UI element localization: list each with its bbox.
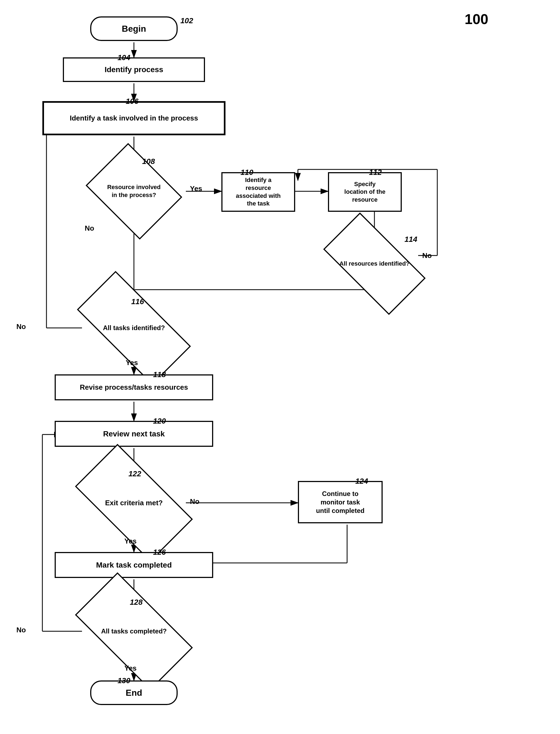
yes-label-116: Yes — [126, 359, 138, 367]
ref-124: 124 — [355, 477, 368, 486]
ref-110: 110 — [241, 168, 253, 177]
no-label-128: No — [16, 626, 26, 634]
begin-node: Begin — [90, 16, 178, 41]
no-label-108: No — [85, 224, 94, 233]
revise-process-node: Revise process/tasks resources — [55, 374, 213, 400]
ref-126: 126 — [153, 548, 166, 557]
ref-104: 104 — [118, 53, 130, 62]
all-tasks-completed-label: All tasks completed? — [81, 601, 187, 661]
all-resources-label: All resources identified? — [328, 238, 421, 290]
all-tasks-label: All tasks identified? — [81, 301, 187, 355]
continue-monitor-node: Continue tomonitor taskuntil completed — [298, 481, 383, 523]
identify-resource-node: Identify aresourceassociated withthe tas… — [221, 172, 295, 212]
no-label-122: No — [190, 497, 200, 506]
ref-102: 102 — [180, 16, 193, 25]
yes-label-122: Yes — [124, 537, 137, 545]
specify-location-node: Specifylocation of theresource — [328, 172, 402, 212]
resource-involved-label: Resource involvedin the process? — [96, 161, 172, 221]
end-node: End — [90, 680, 178, 705]
mark-completed-node: Mark task completed — [55, 552, 213, 578]
no-label-114: No — [422, 251, 432, 260]
identify-process-node: Identify process — [63, 57, 205, 82]
ref-116: 116 — [131, 297, 144, 306]
no-label-116: No — [16, 322, 26, 331]
ref-118: 118 — [153, 370, 166, 379]
yes-label-128: Yes — [124, 664, 137, 673]
ref-120: 120 — [153, 417, 166, 425]
identify-task-node: Identify a task involved in the process — [42, 101, 225, 135]
diagram-id: 100 — [465, 11, 488, 27]
ref-106: 106 — [126, 97, 139, 106]
review-next-node: Review next task — [55, 421, 213, 447]
ref-108: 108 — [142, 157, 155, 166]
ref-128: 128 — [130, 598, 143, 607]
exit-criteria-label: Exit criteria met? — [81, 473, 187, 533]
ref-114: 114 — [404, 235, 417, 244]
ref-122: 122 — [128, 469, 141, 478]
ref-130: 130 — [118, 676, 130, 685]
yes-label-108: Yes — [190, 184, 202, 193]
ref-112: 112 — [369, 168, 382, 177]
flowchart-diagram: Begin 102 Identify process 104 Identify … — [0, 0, 560, 734]
